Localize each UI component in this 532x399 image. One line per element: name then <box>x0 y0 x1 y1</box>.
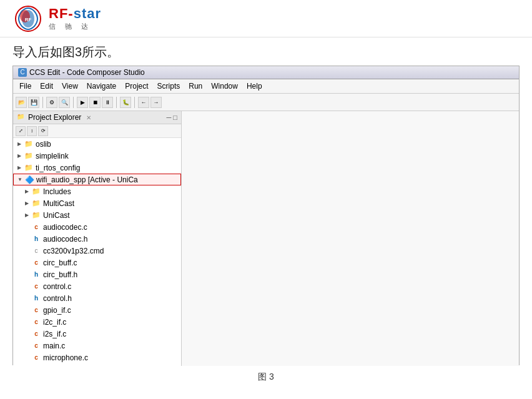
file-icon-cc3200-cmd: c <box>31 247 41 255</box>
toolbar-btn-10[interactable]: → <box>150 97 162 108</box>
menu-help[interactable]: Help <box>243 81 266 92</box>
tree-label-wifi-audio: wifi_audio_spp [Active - UniCa <box>36 175 138 184</box>
file-icon-audiocodec-h: h <box>31 235 41 244</box>
menu-view[interactable]: View <box>58 81 82 92</box>
toolbar-btn-4[interactable]: 🔍 <box>59 97 70 108</box>
toolbar-btn-3[interactable]: ⚙ <box>46 97 57 108</box>
logo-brand: RF-star <box>49 6 101 22</box>
menu-window[interactable]: Window <box>207 81 242 92</box>
toolbar-btn-9[interactable]: ← <box>138 97 149 108</box>
header: RF RF-star 信 驰 达 <box>0 0 532 37</box>
figure-caption: 图 3 <box>0 368 532 387</box>
menu-project[interactable]: Project <box>121 81 152 92</box>
panel-header: 📁 Project Explorer ✕ ─ □ <box>13 111 181 124</box>
file-icon-circ-buff-h: h <box>31 270 41 279</box>
tree-label-i2s-if-c: i2s_if.c <box>43 330 66 338</box>
menu-scripts[interactable]: Scripts <box>154 81 184 92</box>
toolbar-btn-2[interactable]: 💾 <box>28 97 39 108</box>
tree-item-includes[interactable]: 📁 Includes <box>13 185 181 197</box>
ccs-menubar[interactable]: File Edit View Navigate Project Scripts … <box>13 79 519 94</box>
tree-item-unicast[interactable]: 📁 UniCast <box>13 209 181 221</box>
tree-label-oslib: oslib <box>36 140 51 149</box>
panel-folder-icon: 📁 <box>17 113 26 122</box>
tree-label-circ-buff-c: circ_buff.c <box>43 259 77 267</box>
tree-item-control-c[interactable]: c control.c <box>13 280 181 292</box>
tree-item-i2c-if-c[interactable]: c i2c_if.c <box>13 316 181 328</box>
file-icon-gpio-if-c: c <box>31 306 41 315</box>
file-icon-i2c-if-c: c <box>31 318 41 327</box>
folder-icon-ti-rtos: 📁 <box>24 164 34 172</box>
menu-file[interactable]: File <box>16 81 35 92</box>
tree-item-oslib[interactable]: 📁 oslib <box>13 138 181 150</box>
tree-item-multicast[interactable]: 📁 MultiCast <box>13 197 181 209</box>
toolbar-sep-3 <box>116 97 117 108</box>
expand-arrow-includes <box>23 188 31 195</box>
tree-item-ti-rtos[interactable]: 📁 ti_rtos_config <box>13 162 181 174</box>
tree-label-gpio-if-c: gpio_if.c <box>43 306 71 315</box>
folder-icon-simplelink: 📁 <box>24 152 34 160</box>
expand-arrow-simplelink <box>16 152 23 160</box>
tree-item-gpio-if-c[interactable]: c gpio_if.c <box>13 304 181 316</box>
tree-item-microphone-c[interactable]: c microphone.c <box>13 352 181 363</box>
expand-arrow-oslib <box>16 140 23 148</box>
toolbar-btn-5[interactable]: ▶ <box>77 97 88 108</box>
ccs-titlebar: C CCS Edit - Code Composer Studio <box>13 66 519 79</box>
panel-header-title: 📁 Project Explorer ✕ <box>17 113 91 122</box>
file-icon-circ-buff-c: c <box>31 259 41 267</box>
tree-label-control-c: control.c <box>43 282 71 291</box>
tree-item-main-c[interactable]: c main.c <box>13 340 181 352</box>
panel-toolbar-btn3[interactable]: ⟳ <box>38 126 48 136</box>
tree-label-audiocodec-h: audiocodec.h <box>43 235 87 244</box>
menu-run[interactable]: Run <box>185 81 206 92</box>
file-icon-control-h: h <box>31 294 41 303</box>
file-icon-audiocodec-c: c <box>31 223 41 232</box>
tree-label-control-h: control.h <box>43 294 72 303</box>
tree-label-circ-buff-h: circ_buff.h <box>43 270 77 279</box>
expand-arrow-wifi-audio <box>16 176 24 184</box>
logo-dash: - <box>68 6 73 21</box>
toolbar-btn-6[interactable]: ⏹ <box>89 97 101 108</box>
file-icon-i2s-if-c: c <box>31 330 41 338</box>
menu-edit[interactable]: Edit <box>36 81 57 92</box>
menu-navigate[interactable]: Navigate <box>83 81 120 92</box>
project-icon-wifi-audio: 🔷 <box>24 175 34 184</box>
page-title: 导入后如图3所示。 <box>0 37 532 66</box>
toolbar-btn-1[interactable]: 📂 <box>16 97 27 108</box>
toolbar-btn-8[interactable]: 🐛 <box>120 97 131 108</box>
tree-label-simplelink: simplelink <box>36 152 69 160</box>
tree-label-main-c: main.c <box>43 342 65 350</box>
tree-label-cc3200-cmd: cc3200v1p32.cmd <box>43 247 104 255</box>
panel-maximize-btn[interactable]: □ <box>173 114 177 121</box>
expand-arrow-multicast <box>23 200 31 207</box>
toolbar-btn-7[interactable]: ⏸ <box>102 97 113 108</box>
logo: RF RF-star 信 驰 达 <box>12 5 101 32</box>
tree-item-circ-buff-h[interactable]: h circ_buff.h <box>13 268 181 280</box>
panel-toolbar-btn2[interactable]: ↕ <box>27 126 37 136</box>
tree-item-circ-buff-c[interactable]: c circ_buff.c <box>13 257 181 268</box>
svg-text:RF: RF <box>25 17 32 22</box>
tree-label-microphone-c: microphone.c <box>43 353 88 362</box>
ccs-content: 📁 Project Explorer ✕ ─ □ ⤢ ↕ ⟳ <box>13 111 519 366</box>
panel-toolbar: ⤢ ↕ ⟳ <box>13 124 181 138</box>
tree-label-unicast: UniCast <box>43 211 70 220</box>
tree-item-wifi-audio[interactable]: 🔷 wifi_audio_spp [Active - UniCa <box>13 174 181 185</box>
tree-label-includes: Includes <box>43 187 71 196</box>
toolbar-sep-4 <box>134 97 135 108</box>
panel-minimize-btn[interactable]: ─ <box>167 114 172 121</box>
panel-tab-mark: ✕ <box>86 114 91 121</box>
tree-view[interactable]: 📁 oslib 📁 simplelink 📁 ti_rtos_config <box>13 138 181 366</box>
logo-star: star <box>74 6 101 21</box>
tree-item-i2s-if-c[interactable]: c i2s_if.c <box>13 328 181 340</box>
expand-arrow-unicast <box>23 212 31 219</box>
project-panel: 📁 Project Explorer ✕ ─ □ ⤢ ↕ ⟳ <box>13 111 182 366</box>
tree-item-audiocodec-c[interactable]: c audiocodec.c <box>13 221 181 233</box>
tree-item-control-h[interactable]: h control.h <box>13 292 181 304</box>
tree-label-network-c: network.c <box>43 365 75 367</box>
panel-title-text: Project Explorer <box>28 113 81 122</box>
panel-toolbar-btn1[interactable]: ⤢ <box>16 126 26 136</box>
tree-item-cc3200-cmd[interactable]: c cc3200v1p32.cmd <box>13 245 181 257</box>
logo-icon: RF <box>12 5 44 32</box>
tree-item-network-c[interactable]: c network.c <box>13 363 181 366</box>
tree-item-simplelink[interactable]: 📁 simplelink <box>13 150 181 162</box>
tree-item-audiocodec-h[interactable]: h audiocodec.h <box>13 233 181 245</box>
